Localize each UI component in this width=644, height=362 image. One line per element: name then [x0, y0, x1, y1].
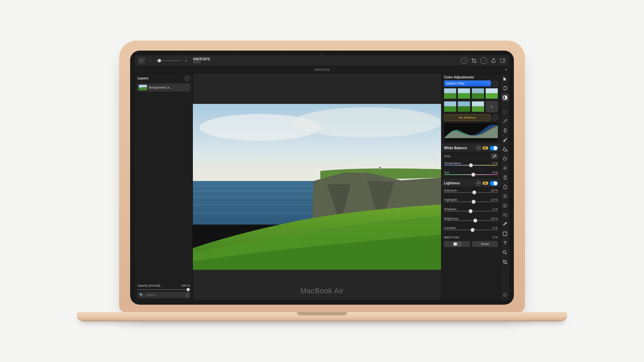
svg-rect-28	[458, 242, 461, 246]
reset-icon[interactable]: ↺	[476, 181, 481, 186]
preset-thumb[interactable]	[458, 101, 470, 112]
warp-tool-icon[interactable]	[502, 212, 508, 218]
layer-label: Background La…	[149, 86, 172, 89]
reset-button[interactable]: Reset	[472, 241, 498, 247]
shadows-slider[interactable]	[441, 211, 500, 216]
arrow-tool-icon[interactable]	[502, 75, 508, 82]
ml-enhance-remove[interactable]: −	[492, 115, 498, 120]
preset-thumb[interactable]	[472, 88, 484, 99]
document-title: DSCF1572 Edited	[193, 57, 210, 64]
black-point-value: 3 %	[493, 236, 498, 239]
search-options-button[interactable]: ⋯	[186, 293, 190, 297]
brightness-slider[interactable]	[441, 220, 500, 225]
preset-thumb[interactable]	[458, 88, 470, 99]
layers-panel: Layers + Background La… Opacity (Normal)	[135, 73, 193, 300]
gradient-tool-icon[interactable]	[502, 202, 508, 209]
zoom-out-button[interactable]: −	[148, 59, 152, 63]
contrast-label: Contrast	[444, 226, 455, 230]
section-lightness[interactable]: Lightness ↺ ML	[441, 179, 500, 187]
layer-search[interactable]: 🔍 ⋯	[138, 292, 190, 298]
reset-icon[interactable]: ↺	[476, 145, 481, 150]
svg-rect-2	[501, 59, 505, 63]
pen-tool-icon[interactable]	[502, 127, 508, 134]
marquee-tool-icon[interactable]	[502, 108, 508, 115]
svg-rect-27	[453, 242, 457, 246]
contrast-slider[interactable]	[441, 230, 500, 234]
svg-rect-44	[503, 232, 507, 236]
svg-rect-0	[140, 59, 144, 62]
highlights-label: Highlights	[444, 198, 458, 201]
add-layer-button[interactable]: +	[184, 75, 190, 81]
brush-tool-icon[interactable]	[502, 136, 508, 143]
preset-thumb[interactable]	[486, 88, 498, 99]
white-balance-toggle[interactable]	[490, 146, 498, 150]
blur-tool-icon[interactable]	[502, 183, 508, 190]
crop-tool-icon[interactable]	[471, 58, 477, 64]
ml-badge[interactable]: ML	[483, 182, 488, 185]
svg-rect-11	[379, 167, 381, 170]
brightness-value: 16 %	[491, 217, 498, 220]
inspector-toggle-icon[interactable]	[500, 58, 506, 64]
laptop-hinge	[77, 312, 567, 321]
preset-select-label: Modern Films	[446, 82, 465, 85]
screen-bezel: − + DSCF1572 Edited i ⋯	[130, 51, 514, 305]
preset-remove-button[interactable]: −	[492, 81, 498, 86]
lightness-toggle[interactable]	[490, 181, 498, 186]
crop-tool-icon[interactable]	[502, 258, 508, 265]
add-preset-button[interactable]: +	[486, 101, 498, 112]
opacity-slider[interactable]	[138, 289, 190, 290]
layer-row[interactable]: Background La…	[137, 83, 191, 92]
repair-tool-icon[interactable]	[502, 165, 508, 171]
preset-grid: +	[444, 88, 498, 112]
svg-point-33	[504, 195, 506, 197]
info-icon[interactable]: i	[461, 57, 468, 64]
shadows-value: -1 %	[492, 207, 498, 211]
canvas[interactable]	[193, 73, 441, 300]
preset-thumb[interactable]	[444, 101, 456, 112]
svg-rect-22	[458, 102, 470, 107]
preset-select[interactable]: Modern Films ⌃⌄	[444, 80, 491, 86]
exposure-slider[interactable]	[441, 192, 500, 197]
magic-wand-tool-icon[interactable]	[502, 118, 508, 124]
preset-thumb[interactable]	[472, 101, 484, 112]
section-white-balance[interactable]: White Balance ↺ ML	[441, 144, 500, 152]
svg-point-45	[503, 251, 506, 253]
black-point-label: Black Point	[444, 236, 459, 239]
free-select-tool-icon[interactable]	[502, 85, 508, 92]
lighten-tool-icon[interactable]	[502, 193, 508, 199]
shape-tool-icon[interactable]	[502, 230, 508, 237]
color-adjust-tool-icon[interactable]	[502, 94, 508, 101]
new-tab-button[interactable]: +	[505, 66, 507, 73]
eraser-tool-icon[interactable]	[502, 155, 508, 162]
zoom-tool-icon[interactable]	[502, 249, 508, 256]
eyedropper-tool-icon[interactable]	[502, 221, 508, 228]
type-tool-icon[interactable]	[502, 240, 508, 246]
compare-button[interactable]	[444, 241, 470, 247]
ml-badge[interactable]: ML	[483, 146, 488, 149]
tab-label[interactable]: DSCF1572	[315, 68, 330, 71]
share-icon[interactable]	[490, 58, 496, 64]
svg-rect-20	[444, 102, 456, 107]
clone-tool-icon[interactable]	[502, 174, 508, 181]
shadows-label: Shadows	[444, 207, 457, 211]
contrast-value: 6 %	[493, 226, 498, 230]
temperature-value: 0 %	[493, 162, 498, 165]
bucket-tool-icon[interactable]	[502, 146, 508, 153]
tint-slider[interactable]	[441, 174, 500, 179]
svg-line-46	[505, 253, 507, 254]
zoom-slider[interactable]	[155, 60, 181, 61]
grey-eyedropper-button[interactable]	[491, 154, 498, 159]
ml-enhance-button[interactable]: ML Enhance	[444, 114, 490, 121]
layers-title: Layers	[138, 76, 148, 80]
chevron-up-down-icon[interactable]: ⌄	[162, 284, 165, 287]
effects-icon[interactable]: ⋯	[480, 57, 487, 64]
layer-search-input[interactable]	[145, 293, 184, 297]
sidebar-toggle-button[interactable]	[138, 57, 145, 64]
preset-thumb[interactable]	[444, 88, 456, 99]
laptop-mock: − + DSCF1572 Edited i ⋯	[112, 41, 532, 321]
zoom-in-button[interactable]: +	[184, 59, 188, 63]
temperature-slider[interactable]	[441, 165, 500, 170]
collapse-tools-icon[interactable]	[502, 291, 508, 298]
opacity-value: 100 %	[181, 284, 190, 287]
highlights-slider[interactable]	[441, 201, 500, 206]
